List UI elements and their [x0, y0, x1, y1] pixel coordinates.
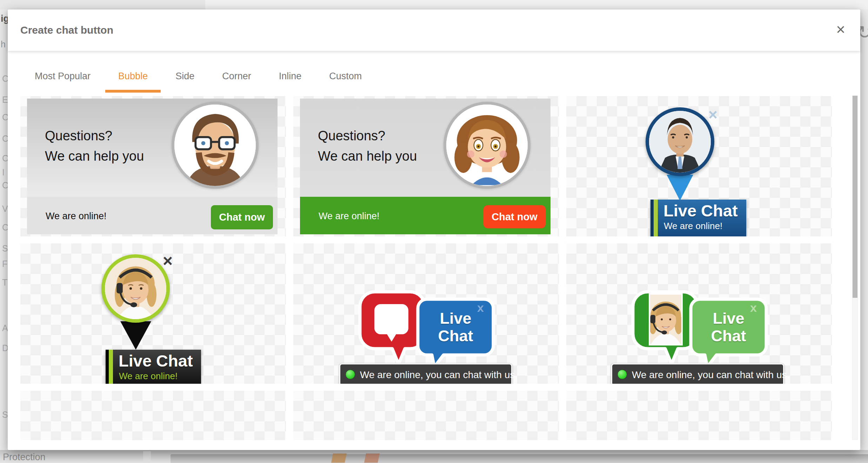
- online-status-text: We are online, you can chat with us.: [632, 369, 789, 381]
- close-icon: x: [477, 301, 484, 315]
- online-dot-icon: [617, 370, 627, 379]
- background-sidebar-letter: I: [2, 167, 5, 177]
- label-stripe-lime: [109, 350, 113, 384]
- tab-most-popular[interactable]: Most Popular: [35, 71, 91, 82]
- chat-now-button-preview: Chat now: [211, 205, 273, 229]
- background-divider: [143, 451, 151, 463]
- pin-pointer: [120, 321, 151, 350]
- template-card-banner-green[interactable]: Questions? We can help you: [293, 96, 559, 236]
- template-card-banner-gray[interactable]: Questions? We can help you: [20, 96, 286, 236]
- close-icon[interactable]: ×: [830, 19, 851, 40]
- banner-heading-line1: Questions?: [45, 126, 144, 146]
- tab-inline[interactable]: Inline: [279, 71, 302, 82]
- online-status-bar: We are online, you can chat with us.: [339, 363, 512, 384]
- banner-heading-line1: Questions?: [318, 126, 417, 146]
- modal-title: Create chat button: [20, 9, 113, 51]
- banner-heading: Questions? We can help you: [318, 126, 417, 166]
- label-stripe-dark: [650, 200, 654, 236]
- live-word: Live: [713, 310, 744, 327]
- template-category-tabs: Most Popular Bubble Side Corner Inline C…: [35, 71, 362, 82]
- template-card-pin-black[interactable]: ×: [20, 243, 286, 384]
- close-icon: ×: [708, 106, 717, 123]
- background-top-band-right: [205, 0, 868, 9]
- background-sidebar-letter: A: [2, 323, 8, 333]
- modal-header: Create chat button ×: [8, 9, 860, 51]
- label-stripe-dark: [106, 350, 109, 384]
- vertical-scrollbar[interactable]: [852, 95, 858, 440]
- live-chat-title: Live Chat: [663, 201, 738, 220]
- chat-now-button-preview: Chat now: [483, 205, 546, 228]
- background-panel-edge: [171, 454, 868, 463]
- label-stripe-lime: [654, 200, 658, 236]
- template-grid: Questions? We can help you: [8, 51, 860, 440]
- close-icon: x: [750, 301, 757, 315]
- template-card-empty[interactable]: [293, 391, 559, 440]
- background-sidebar-letter: S: [2, 410, 8, 420]
- avatar-photo-man: [646, 107, 714, 176]
- avatar-cartoon-woman: [443, 102, 530, 189]
- online-status-bar: We are online, you can chat with us.: [611, 363, 784, 384]
- tab-bubble[interactable]: Bubble: [118, 71, 148, 82]
- live-chat-label-preview: Live Chat We are online!: [650, 200, 746, 236]
- live-word: Live: [440, 310, 471, 327]
- banner-heading-line2: We can help you: [45, 146, 144, 166]
- live-chat-title: Live Chat: [119, 351, 193, 370]
- online-dot-icon: [346, 370, 355, 379]
- avatar-cartoon-man: [172, 102, 259, 189]
- template-card-bubbles-blue[interactable]: Live Chat x We are online, you can chat …: [293, 243, 559, 384]
- create-chat-button-modal: Create chat button × Most Popular Bubble…: [8, 9, 860, 450]
- tab-corner[interactable]: Corner: [222, 71, 251, 82]
- template-card-pin-blue[interactable]: ×: [566, 96, 832, 236]
- scrollbar-thumb[interactable]: [853, 96, 857, 298]
- banner-heading-line2: We can help you: [318, 146, 417, 166]
- online-status-text: We are online, you can chat with us.: [360, 369, 518, 381]
- online-status-text: We are online!: [46, 211, 107, 222]
- background-protection-label: Protection: [3, 452, 46, 463]
- avatar-photo-woman-headset: [101, 254, 170, 323]
- background-sidebar-letter: T: [2, 277, 7, 288]
- template-card-empty[interactable]: [566, 391, 832, 440]
- tab-custom[interactable]: Custom: [329, 71, 362, 82]
- template-card-empty[interactable]: [20, 391, 286, 440]
- chat-word: Chat: [711, 327, 746, 345]
- pin-pointer: [667, 175, 693, 201]
- online-status-text: We are online!: [319, 211, 380, 222]
- online-status-text: We are online!: [664, 221, 722, 232]
- live-chat-label-preview: Live Chat We are online!: [106, 350, 201, 384]
- modal-body: Most Popular Bubble Side Corner Inline C…: [8, 51, 860, 450]
- background-sidebar-letter: V: [2, 204, 8, 214]
- background-sidebar-letter: E: [2, 95, 8, 105]
- background-sidebar-letter: S: [2, 243, 8, 254]
- background-text-fragment: h: [1, 39, 6, 49]
- background-illustration-fragment: [364, 454, 380, 463]
- background-illustration-fragment: [331, 454, 347, 463]
- avatar-photo-woman-headset: [649, 293, 683, 345]
- close-icon: ×: [163, 251, 173, 270]
- template-card-bubbles-green[interactable]: Live Chat x We are online, you can chat …: [566, 243, 832, 384]
- background-sidebar-letter: F: [2, 259, 7, 269]
- chat-word: Chat: [438, 327, 473, 345]
- tab-side[interactable]: Side: [175, 71, 194, 82]
- banner-heading: Questions? We can help you: [45, 126, 144, 166]
- online-status-text: We are online!: [119, 371, 178, 382]
- background-top-band: [0, 0, 205, 9]
